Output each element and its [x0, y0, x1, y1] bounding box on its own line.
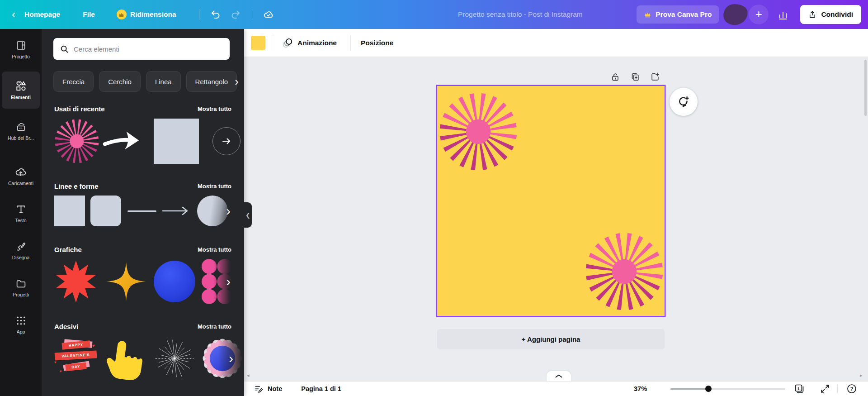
- sidebar-item-apps[interactable]: App: [2, 310, 40, 339]
- thumb-valentine-sticker[interactable]: HAPPY VALENTINE'S DAY ♥ ♥ ♥ ♥: [54, 338, 98, 379]
- show-all-link[interactable]: Mostra tutto: [198, 105, 231, 112]
- share-button[interactable]: Condividi: [800, 5, 861, 24]
- design-title[interactable]: Progetto senza titolo - Post di Instagra…: [458, 0, 583, 29]
- animate-button[interactable]: Animazione: [278, 37, 340, 48]
- thumb-scallop-sticker[interactable]: [203, 337, 242, 380]
- divider: [837, 384, 838, 393]
- context-toolbar: Animazione Posizione: [244, 29, 868, 57]
- sidebar-item-projects[interactable]: Progetti: [2, 272, 40, 302]
- add-comment-button[interactable]: [670, 88, 698, 116]
- folder-icon: [15, 278, 27, 289]
- section-lines-shapes: Linee e forme Mostra tutto ›: [54, 182, 231, 226]
- zoom-slider-knob[interactable]: [705, 386, 712, 392]
- search-input[interactable]: [74, 45, 223, 53]
- sidebar-item-brand-hub[interactable]: co. Hub del Br...: [2, 116, 40, 146]
- fullscreen-icon[interactable]: [820, 384, 830, 394]
- divider: [350, 35, 351, 51]
- chips-scroll-right-icon[interactable]: ›: [235, 75, 239, 89]
- back-icon[interactable]: ‹: [12, 9, 15, 20]
- position-button[interactable]: Posizione: [357, 39, 397, 47]
- starburst-element-top-left[interactable]: [439, 92, 518, 172]
- thumb-line[interactable]: [127, 210, 156, 212]
- show-all-link[interactable]: Mostra tutto: [198, 323, 231, 330]
- try-pro-button[interactable]: Prova Canva Pro: [637, 5, 719, 24]
- starburst-element-bottom-right[interactable]: [585, 232, 664, 311]
- redo-icon[interactable]: [230, 9, 241, 20]
- cloud-saved-icon: [263, 9, 274, 20]
- sidebar-item-design[interactable]: Progetto: [2, 34, 40, 64]
- create-new-button[interactable]: +: [749, 5, 769, 24]
- thumb-square[interactable]: [154, 119, 199, 164]
- add-page-button[interactable]: + Aggiungi pagina: [437, 329, 665, 349]
- thumb-hand-sticker[interactable]: [105, 336, 146, 381]
- duplicate-page-icon[interactable]: [630, 72, 640, 82]
- panel-collapse-tab[interactable]: ❮: [244, 202, 252, 228]
- upload-icon: [808, 10, 816, 19]
- plus-icon: +: [755, 8, 762, 20]
- sidebar-item-draw[interactable]: Disegna: [2, 235, 40, 265]
- zoom-slider[interactable]: [670, 386, 785, 392]
- scroll-left-arrow-icon[interactable]: ◂: [247, 372, 250, 378]
- arrow-right-icon: [221, 136, 232, 147]
- add-page-icon[interactable]: [650, 72, 660, 82]
- section-title: Grafiche: [54, 246, 82, 253]
- design-page[interactable]: [437, 86, 665, 316]
- try-pro-label: Prova Canva Pro: [656, 10, 712, 19]
- file-menu[interactable]: File: [83, 10, 95, 19]
- page-grid-view-icon[interactable]: 1: [794, 383, 805, 394]
- sidebar-item-text[interactable]: Testo: [2, 198, 40, 228]
- insights-chart-icon[interactable]: [778, 9, 788, 20]
- chip-arrow[interactable]: Freccia: [53, 71, 94, 92]
- show-all-link[interactable]: Mostra tutto: [198, 183, 231, 190]
- bottom-bar: Note Pagina 1 di 1 37% 1 ?: [244, 381, 868, 396]
- section-graphics: Grafiche Mostra tutto ›: [54, 246, 231, 304]
- search-icon: [60, 44, 69, 54]
- row-scroll-right-icon[interactable]: ›: [226, 274, 231, 289]
- workspace: + Aggiungi pagina ◂ ▸: [244, 57, 868, 381]
- thumb-lineburst-sticker[interactable]: [154, 337, 195, 380]
- thumb-blue-circle[interactable]: [154, 261, 195, 302]
- help-icon[interactable]: ?: [846, 383, 857, 394]
- chip-line[interactable]: Linea: [146, 71, 181, 92]
- thumb-gold-sparkle[interactable]: [105, 259, 147, 304]
- sidebar-item-uploads[interactable]: Caricamenti: [2, 161, 40, 191]
- crown-icon: [644, 11, 651, 18]
- thumb-red-starburst[interactable]: [54, 259, 98, 304]
- resize-menu[interactable]: Ridimensiona: [117, 10, 176, 19]
- sidebar-item-elements[interactable]: Elementi: [2, 72, 40, 109]
- chip-rectangle[interactable]: Rettangolo: [186, 71, 237, 92]
- notes-icon: [254, 384, 264, 394]
- svg-text:co.: co.: [19, 127, 23, 129]
- avatar[interactable]: [722, 3, 749, 26]
- row-scroll-right-icon[interactable]: ›: [229, 351, 233, 366]
- divider: [272, 35, 272, 51]
- animate-icon: [282, 37, 293, 48]
- section-title: Usati di recente: [54, 105, 105, 113]
- lock-icon[interactable]: [610, 72, 620, 82]
- resize-label: Ridimensiona: [130, 10, 176, 19]
- page-indicator[interactable]: Pagina 1 di 1: [301, 385, 341, 392]
- upload-cloud-icon: [15, 166, 27, 178]
- undo-icon[interactable]: [210, 9, 221, 20]
- comment-plus-icon: [677, 95, 690, 108]
- text-icon: [15, 204, 27, 215]
- search-box[interactable]: [53, 38, 230, 60]
- show-all-link[interactable]: Mostra tutto: [198, 246, 231, 253]
- filter-chips: Freccia Cerchio Linea Rettangolo ›: [53, 71, 234, 92]
- animate-label: Animazione: [297, 39, 337, 47]
- thumb-circle-shape[interactable]: [197, 196, 228, 226]
- notes-button[interactable]: Note: [254, 384, 282, 394]
- thumb-square-shape[interactable]: [54, 196, 85, 226]
- thumb-arrow-line[interactable]: [161, 196, 192, 226]
- thumb-rounded-square-shape[interactable]: [90, 196, 121, 226]
- thumb-drawn-arrow[interactable]: [103, 119, 145, 164]
- homepage-link[interactable]: Homepage: [24, 10, 60, 19]
- scroll-right-arrow-icon[interactable]: ▸: [860, 372, 863, 378]
- vertical-scrollbar[interactable]: [864, 60, 867, 116]
- fill-color-swatch[interactable]: [251, 36, 265, 50]
- bottom-collapse-tab[interactable]: [547, 371, 571, 381]
- row-scroll-right-icon[interactable]: ›: [226, 203, 231, 219]
- chip-circle[interactable]: Cerchio: [99, 71, 141, 92]
- thumb-starburst[interactable]: [54, 119, 99, 164]
- scroll-right-button[interactable]: [212, 127, 241, 155]
